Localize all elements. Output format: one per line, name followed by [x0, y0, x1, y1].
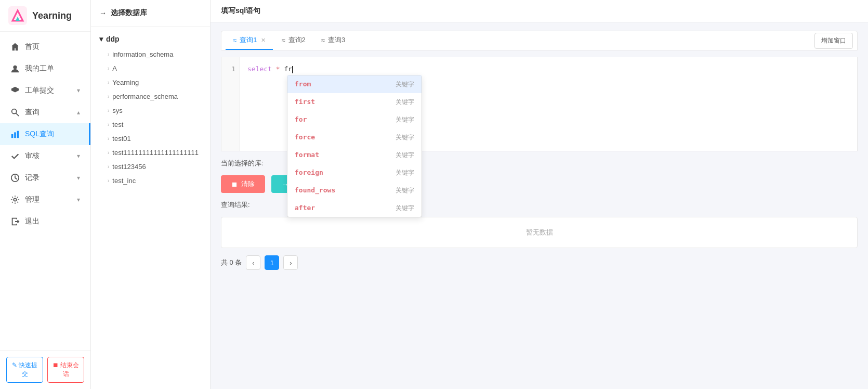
db-child-yearning[interactable]: › Yearning — [91, 75, 210, 89]
sidebar-item-logout[interactable]: 退出 — [0, 211, 90, 232]
autocomplete-item-after[interactable]: after 关键字 — [287, 199, 422, 217]
db-parent-chevron: ▾ — [99, 35, 103, 43]
chart-icon — [10, 129, 20, 139]
audit-arrow: ▾ — [77, 152, 80, 160]
autocomplete-item-first[interactable]: first 关键字 — [287, 93, 422, 111]
db-panel-header: → 选择数据库 — [91, 0, 210, 27]
child-chevron: › — [108, 66, 109, 71]
child-chevron: › — [108, 108, 109, 113]
records-arrow: ▾ — [77, 174, 80, 181]
submit-arrow: ▾ — [77, 87, 80, 94]
svg-rect-8 — [17, 131, 19, 138]
sidebar-footer: ✎ 快速提交 ⏹ 结束会话 — [0, 350, 90, 389]
pagination-next[interactable]: › — [283, 255, 298, 270]
svg-point-4 — [12, 109, 17, 114]
clear-button[interactable]: ⏹ 清除 — [221, 175, 265, 193]
exit-icon — [10, 217, 20, 226]
autocomplete-item-for[interactable]: for 关键字 — [287, 111, 422, 128]
tab-query2[interactable]: ≈ 查询2 — [274, 31, 312, 50]
autocomplete-item-format[interactable]: format 关键字 — [287, 146, 422, 164]
sidebar-item-sql-query[interactable]: SQL查询 — [0, 123, 90, 145]
child-chevron: › — [108, 178, 109, 184]
stop-icon: ⏹ — [231, 180, 238, 188]
db-child-performance-schema[interactable]: › performance_schema — [91, 89, 210, 103]
db-child-test[interactable]: › test — [91, 118, 210, 132]
home-icon — [10, 42, 20, 51]
child-chevron: › — [108, 51, 109, 57]
sql-panel-title: 填写sql语句 — [211, 0, 868, 22]
manage-arrow: ▾ — [77, 196, 80, 203]
sidebar-item-audit[interactable]: 审核 ▾ — [0, 145, 90, 167]
editor-area: 1 select * fr from 关键字 — [221, 57, 858, 151]
pagination-total: 共 0 条 — [221, 258, 242, 267]
check-icon — [10, 151, 20, 161]
op-star: * — [276, 65, 280, 73]
autocomplete-item-foreign[interactable]: foreign 关键字 — [287, 164, 422, 181]
db-child-test-inc[interactable]: › test_inc — [91, 174, 210, 188]
db-child-information-schema[interactable]: › information_schema — [91, 47, 210, 61]
db-child-a[interactable]: › A — [91, 61, 210, 75]
autocomplete-item-found-rows[interactable]: found_rows 关键字 — [287, 181, 422, 199]
svg-rect-6 — [11, 134, 14, 138]
autocomplete-dropdown: from 关键字 first 关键字 for 关键字 — [287, 75, 422, 217]
child-chevron: › — [108, 122, 109, 127]
tab-close-query1[interactable]: ✕ — [261, 37, 266, 44]
keyword-select: select — [247, 65, 272, 73]
end-session-button[interactable]: ⏹ 结束会话 — [47, 357, 84, 383]
sidebar-item-workorder[interactable]: 我的工单 — [0, 58, 90, 80]
logo: Yearning — [0, 0, 90, 32]
settings-icon — [10, 195, 20, 204]
child-chevron: › — [108, 94, 109, 99]
results-table: 暂无数据 — [221, 217, 858, 248]
main-content: → 选择数据库 ▾ ddp › information_schema › A ›… — [91, 0, 868, 389]
svg-point-10 — [14, 198, 16, 201]
sidebar-item-home[interactable]: 首页 — [0, 36, 90, 58]
db-child-test01[interactable]: › test01 — [91, 132, 210, 146]
db-child-test123456[interactable]: › test123456 — [91, 160, 210, 174]
svg-point-3 — [13, 66, 17, 69]
tab-query3[interactable]: ≈ 查询3 — [314, 31, 352, 50]
sql-panel-body: ≈ 查询1 ✕ ≈ 查询2 ≈ 查询3 增加窗口 1 — [211, 22, 868, 389]
logo-icon — [8, 6, 27, 25]
child-chevron: › — [108, 164, 109, 170]
sidebar: Yearning 首页 我的工单 工单提交 ▾ 查询 ▴ SQL查询 审核 ▾ — [0, 0, 91, 389]
db-tree: ▾ ddp › information_schema › A › Yearnin… — [91, 27, 210, 389]
sidebar-nav: 首页 我的工单 工单提交 ▾ 查询 ▴ SQL查询 审核 ▾ 记录 ▾ — [0, 32, 90, 350]
line-numbers: 1 — [221, 57, 240, 151]
sql-panel: 填写sql语句 ≈ 查询1 ✕ ≈ 查询2 ≈ 查询3 增加窗口 — [211, 0, 868, 389]
pagination: 共 0 条 ‹ 1 › — [221, 255, 858, 270]
child-chevron: › — [108, 136, 109, 141]
child-chevron: › — [108, 150, 109, 155]
pagination-prev[interactable]: ‹ — [246, 255, 260, 270]
db-parent-ddp[interactable]: ▾ ddp — [91, 31, 210, 47]
db-panel: → 选择数据库 ▾ ddp › information_schema › A ›… — [91, 0, 211, 389]
svg-line-5 — [16, 113, 19, 116]
sidebar-item-submit[interactable]: 工单提交 ▾ — [0, 80, 90, 101]
pagination-page-1[interactable]: 1 — [265, 255, 279, 270]
db-panel-arrow: → — [99, 9, 107, 17]
svg-rect-7 — [14, 132, 16, 138]
clock-icon — [10, 173, 20, 183]
app-name: Yearning — [32, 10, 72, 21]
sidebar-item-query[interactable]: 查询 ▴ — [0, 101, 90, 123]
quick-submit-button[interactable]: ✎ 快速提交 — [6, 357, 43, 383]
child-chevron: › — [108, 80, 109, 85]
db-child-test-long[interactable]: › test11111111111111111111 — [91, 146, 210, 160]
search-icon — [10, 108, 20, 117]
sidebar-item-records[interactable]: 记录 ▾ — [0, 167, 90, 189]
autocomplete-item-force[interactable]: force 关键字 — [287, 128, 422, 146]
query-arrow: ▴ — [77, 109, 80, 116]
db-child-sys[interactable]: › sys — [91, 103, 210, 118]
layers-icon — [10, 86, 20, 95]
tab-query1[interactable]: ≈ 查询1 ✕ — [226, 31, 273, 50]
add-window-button[interactable]: 增加窗口 — [814, 33, 853, 49]
user-icon — [10, 64, 20, 73]
editor-content[interactable]: select * fr from 关键字 first — [240, 57, 857, 151]
editor-cursor — [292, 66, 293, 73]
sidebar-item-manage[interactable]: 管理 ▾ — [0, 189, 90, 211]
autocomplete-item-from[interactable]: from 关键字 — [287, 75, 422, 93]
